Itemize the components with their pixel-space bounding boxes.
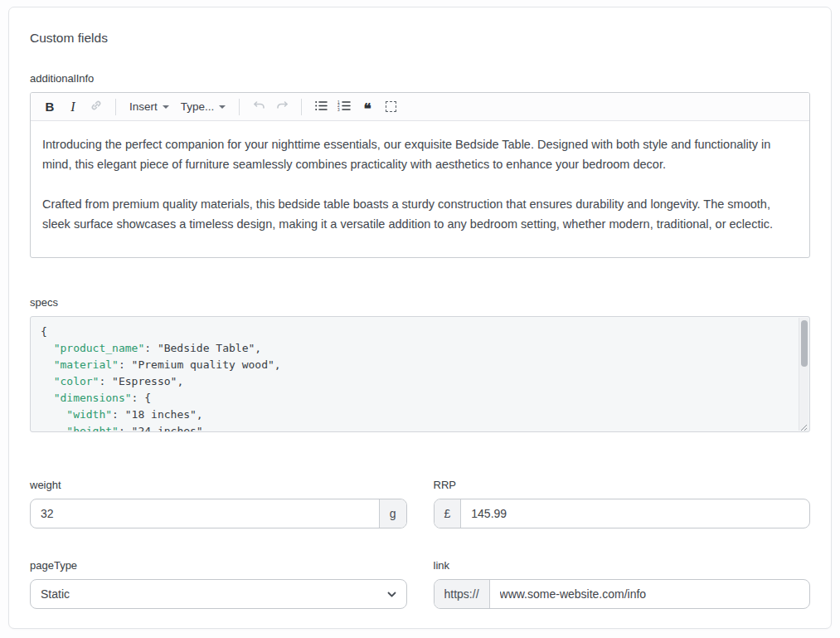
- rrp-label: RRP: [434, 479, 811, 491]
- svg-text:3: 3: [337, 108, 340, 112]
- rrp-input-group: £: [434, 499, 811, 528]
- horizontal-rule-button[interactable]: [380, 96, 401, 118]
- ordered-list-icon: 1 2 3: [337, 100, 352, 114]
- link-icon: [90, 99, 103, 114]
- undo-button[interactable]: [248, 96, 269, 118]
- toolbar-divider: [115, 99, 116, 115]
- redo-button[interactable]: [271, 96, 293, 118]
- scrollbar-thumb[interactable]: [801, 320, 808, 367]
- field-page-type: pageType Static: [30, 559, 407, 609]
- chevron-down-icon: [219, 105, 226, 109]
- additional-info-label: additionalInfo: [30, 72, 810, 85]
- insert-menu-label: Insert: [129, 100, 158, 113]
- field-weight: weight g: [30, 479, 407, 528]
- page-type-select-wrap: Static: [30, 579, 407, 609]
- field-rrp: RRP £: [434, 479, 811, 528]
- chevron-down-icon: [163, 105, 169, 109]
- page-type-label: pageType: [30, 559, 407, 572]
- field-specs: specs { "product_name": "Bedside Table",…: [30, 296, 810, 432]
- rrp-input[interactable]: [461, 499, 809, 528]
- link-input[interactable]: [490, 580, 809, 608]
- bullet-list-icon: [314, 100, 328, 114]
- rich-text-editor: B I Insert Typ: [30, 92, 810, 258]
- weight-input-group: g: [30, 499, 407, 528]
- row-weight-rrp: weight g RRP £: [30, 479, 810, 528]
- link-protocol-addon: https://: [435, 580, 490, 608]
- specs-code: { "product_name": "Bedside Table", "mate…: [31, 317, 809, 432]
- blockquote-button[interactable]: ❝: [357, 96, 378, 118]
- ordered-list-button[interactable]: 1 2 3: [333, 96, 355, 118]
- custom-fields-card: Custom fields additionalInfo B I: [8, 7, 832, 629]
- italic-button[interactable]: I: [62, 96, 84, 118]
- toolbar-divider: [239, 99, 240, 115]
- horizontal-rule-icon: [386, 101, 396, 112]
- page-title: Custom fields: [30, 31, 810, 46]
- specs-label: specs: [30, 296, 810, 309]
- link-button[interactable]: [85, 96, 107, 118]
- link-input-group: https://: [434, 579, 811, 609]
- type-menu-button[interactable]: Type...: [176, 96, 231, 118]
- insert-menu-button[interactable]: Insert: [124, 96, 174, 118]
- weight-unit-addon: g: [379, 499, 406, 528]
- toolbar-divider: [301, 99, 302, 115]
- editor-toolbar: B I Insert Typ: [31, 93, 809, 121]
- resize-handle[interactable]: [799, 421, 808, 431]
- page-type-select[interactable]: Static: [30, 579, 407, 609]
- bold-button[interactable]: B: [39, 96, 61, 118]
- link-label: link: [434, 559, 811, 572]
- redo-icon: [275, 100, 289, 114]
- editor-content[interactable]: Introducing the perfect companion for yo…: [31, 121, 809, 258]
- blockquote-icon: ❝: [364, 102, 371, 116]
- row-pagetype-link: pageType Static link https://: [30, 559, 810, 609]
- editor-paragraph: Introducing the perfect companion for yo…: [42, 134, 798, 174]
- specs-textarea[interactable]: { "product_name": "Bedside Table", "mate…: [30, 316, 810, 432]
- editor-paragraph: Crafted from premium quality materials, …: [42, 194, 798, 234]
- field-additional-info: additionalInfo B I Insert: [30, 72, 810, 258]
- undo-icon: [252, 100, 266, 114]
- rrp-currency-addon: £: [435, 499, 462, 528]
- type-menu-label: Type...: [181, 100, 215, 113]
- weight-label: weight: [30, 479, 407, 491]
- bullet-list-button[interactable]: [310, 96, 332, 118]
- field-link: link https://: [434, 559, 811, 609]
- weight-input[interactable]: [31, 499, 379, 528]
